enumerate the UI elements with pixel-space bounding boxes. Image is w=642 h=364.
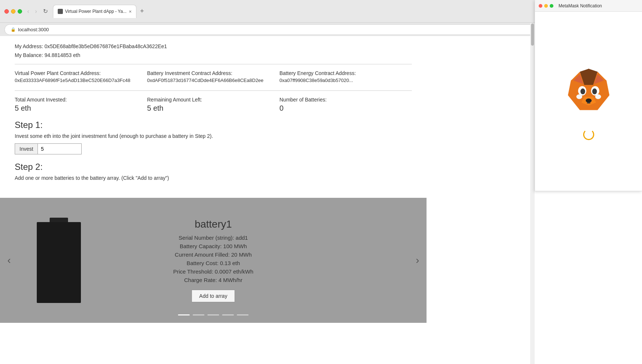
step1-title: Step 1: xyxy=(15,120,412,130)
battery-body xyxy=(37,222,81,303)
price-threshold-value: 0.0007 eth/kWh xyxy=(215,268,253,275)
metamask-panel: MetaMask Notification xyxy=(535,0,642,191)
battery-invest-col: Battery Investment Contract Address: 0xd… xyxy=(147,70,279,83)
battery-energy-label: Battery Energy Contract Address: xyxy=(279,70,412,76)
svg-rect-14 xyxy=(587,102,591,103)
new-tab-button[interactable]: + xyxy=(138,7,146,15)
carousel-dot-1[interactable] xyxy=(178,314,190,315)
tab-close-icon[interactable]: ✕ xyxy=(129,10,132,14)
active-tab[interactable]: Virtual Power Plant dApp - Ya... ✕ xyxy=(53,5,136,18)
charge-rate-row: Charge Rate: 4 MWh/hr xyxy=(173,277,253,283)
invest-input[interactable] xyxy=(38,143,82,154)
carousel-dot-3[interactable] xyxy=(207,314,219,315)
serial-number-row: Serial Number (string): add1 xyxy=(173,235,253,241)
battery-visual xyxy=(37,218,81,303)
invest-button[interactable]: Invest xyxy=(15,143,38,154)
num-batteries-label: Number of Batteries: xyxy=(279,97,412,103)
step2-title: Step 2: xyxy=(15,162,412,172)
totals-row: Total Amount Invested: 5 eth Remaining A… xyxy=(15,97,412,113)
svg-marker-17 xyxy=(584,79,593,85)
cost-label: Battery Cost: xyxy=(186,260,218,266)
current-filled-value: 20 MWh xyxy=(231,251,252,258)
remaining-col: Remaining Amount Left: 5 eth xyxy=(147,97,279,113)
step1-desc: Invest some eth into the joint investmen… xyxy=(15,133,412,139)
total-invested-label: Total Amount Invested: xyxy=(15,97,147,103)
url-text: localhost:3000 xyxy=(18,27,49,32)
scrollbar[interactable] xyxy=(530,23,535,364)
maximize-button[interactable] xyxy=(18,9,22,14)
battery-invest-label: Battery Investment Contract Address: xyxy=(147,70,279,76)
serial-number-value: add1 xyxy=(236,235,248,241)
remaining-label: Remaining Amount Left: xyxy=(147,97,279,103)
capacity-value: 100 MWh xyxy=(223,243,247,249)
cost-row: Battery Cost: 0.13 eth xyxy=(173,260,253,266)
my-balance-value: 94.8814853 eth xyxy=(44,52,80,58)
battery-tip xyxy=(50,218,68,222)
carousel-content: battery1 Serial Number (string): add1 Ba… xyxy=(0,198,427,323)
minimize-button[interactable] xyxy=(11,9,15,14)
vpp-contract-value: 0xEd33333AF6896fF1e5AdD13BeC520E66D7a3Fc… xyxy=(15,78,147,83)
security-icon: 🔒 xyxy=(11,27,16,32)
step2-desc: Add one or more batteries to the battery… xyxy=(15,175,412,181)
svg-point-13 xyxy=(586,98,592,102)
divider-1 xyxy=(15,64,412,64)
my-balance-label: My Balance: xyxy=(15,52,43,58)
carousel-dot-5[interactable] xyxy=(237,314,249,315)
my-address-value: 0x5DE68abf8e3b5eD8676876e1FBaba48cA3622E… xyxy=(44,43,167,49)
my-address-row: My Address: 0x5DE68abf8e3b5eD8676876e1FB… xyxy=(15,43,412,49)
mm-minimize-button[interactable] xyxy=(544,4,548,8)
forward-button[interactable]: › xyxy=(33,6,39,16)
carousel-dots xyxy=(178,314,249,315)
metamask-titlebar: MetaMask Notification xyxy=(535,0,642,12)
battery-energy-value: 0xa07ff9908C38e59a0d3b57020... xyxy=(279,78,412,83)
scrollbar-thumb[interactable] xyxy=(531,24,534,46)
my-address-label: My Address: xyxy=(15,43,43,49)
svg-point-15 xyxy=(576,94,582,99)
contracts-row: Virtual Power Plant Contract Address: 0x… xyxy=(15,70,412,83)
tab-title: Virtual Power Plant dApp - Ya... xyxy=(65,9,126,14)
carousel-next-button[interactable]: › xyxy=(416,254,419,266)
serial-number-label: Serial Number (string): xyxy=(179,235,234,241)
close-button[interactable] xyxy=(4,9,9,14)
main-content: My Address: 0x5DE68abf8e3b5eD8676876e1FB… xyxy=(0,36,427,198)
mm-close-button[interactable] xyxy=(539,4,542,8)
svg-point-16 xyxy=(595,94,601,99)
metamask-fox-icon xyxy=(559,63,618,122)
battery-name: battery1 xyxy=(173,218,253,230)
capacity-row: Battery Capacity: 100 MWh xyxy=(173,243,253,249)
divider-2 xyxy=(15,90,412,91)
charge-rate-value: 4 MWh/hr xyxy=(218,277,242,283)
carousel-dot-2[interactable] xyxy=(193,314,204,315)
battery-energy-col: Battery Energy Contract Address: 0xa07ff… xyxy=(279,70,412,83)
traffic-lights xyxy=(4,9,22,14)
svg-point-10 xyxy=(592,88,597,94)
current-filled-label: Current Amount Filled: xyxy=(175,251,229,258)
battery-info: battery1 Serial Number (string): add1 Ba… xyxy=(173,218,253,302)
reload-button[interactable]: ↻ xyxy=(41,6,50,16)
carousel-dot-4[interactable] xyxy=(222,314,234,315)
num-batteries-value: 0 xyxy=(279,104,412,113)
mm-traffic-lights xyxy=(539,4,553,8)
nav-buttons: ‹ › ↻ xyxy=(25,6,50,16)
cost-value: 0.13 eth xyxy=(220,260,240,266)
total-invested-col: Total Amount Invested: 5 eth xyxy=(15,97,147,113)
remaining-value: 5 eth xyxy=(147,104,279,113)
vpp-contract-label: Virtual Power Plant Contract Address: xyxy=(15,70,147,76)
carousel-prev-button[interactable]: ‹ xyxy=(7,254,11,266)
back-button[interactable]: ‹ xyxy=(25,6,31,16)
metamask-loading-spinner xyxy=(583,129,594,140)
metamask-body xyxy=(552,12,625,191)
capacity-label: Battery Capacity: xyxy=(180,243,222,249)
num-batteries-col: Number of Batteries: 0 xyxy=(279,97,412,113)
svg-point-9 xyxy=(580,88,585,94)
vpp-contract-col: Virtual Power Plant Contract Address: 0x… xyxy=(15,70,147,83)
battery-invest-value: 0xdAF0f51873d16774CdDde4EF6A66B6e8CEa8D2… xyxy=(147,78,279,83)
carousel-section: battery1 Serial Number (string): add1 Ba… xyxy=(0,198,427,323)
mm-maximize-button[interactable] xyxy=(550,4,553,8)
total-invested-value: 5 eth xyxy=(15,104,147,113)
add-to-array-button[interactable]: Add to array xyxy=(192,290,235,302)
my-balance-row: My Balance: 94.8814853 eth xyxy=(15,52,412,58)
invest-row: Invest xyxy=(15,143,412,154)
current-filled-row: Current Amount Filled: 20 MWh xyxy=(173,251,253,258)
price-threshold-label: Price Threshold: xyxy=(173,268,213,275)
